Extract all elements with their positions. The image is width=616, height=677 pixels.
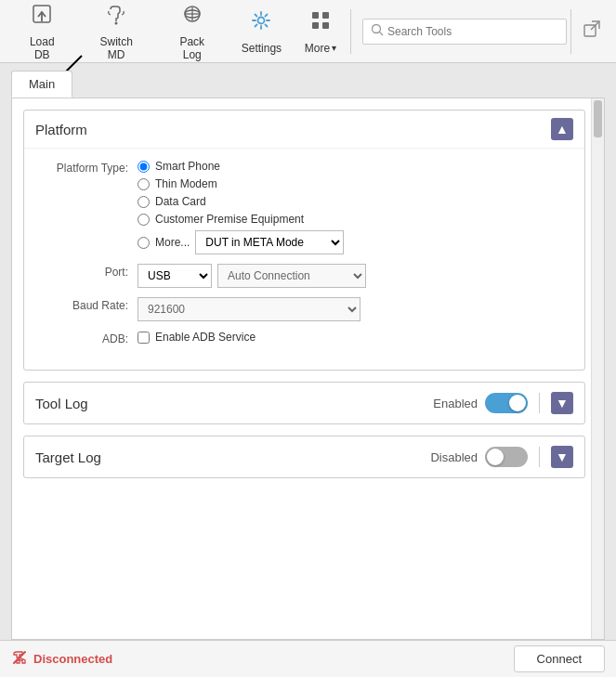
platform-type-row: Platform Type: Smart Phone Thin Modem bbox=[35, 160, 573, 254]
platform-collapse-button[interactable]: ▲ bbox=[551, 118, 573, 140]
port-select-row: USB COM1 COM2 Auto Connection bbox=[138, 264, 573, 288]
extern-icon[interactable] bbox=[575, 16, 609, 46]
svg-point-7 bbox=[258, 17, 265, 23]
target-log-toggle[interactable] bbox=[485, 447, 528, 467]
search-area bbox=[362, 19, 567, 45]
platform-type-label: Platform Type: bbox=[35, 160, 138, 175]
target-log-toggle-thumb bbox=[487, 449, 504, 465]
tab-main[interactable]: Main bbox=[11, 71, 72, 98]
svg-rect-9 bbox=[322, 12, 329, 19]
toolbar-separator bbox=[350, 9, 351, 54]
more-button[interactable]: More ▾ bbox=[295, 6, 347, 58]
more-label: More bbox=[305, 42, 330, 55]
switch-md-icon bbox=[104, 2, 128, 32]
auto-connection-select[interactable]: Auto Connection bbox=[217, 264, 366, 288]
collapse-icon: ▲ bbox=[556, 122, 569, 137]
connection-status: Disconnected bbox=[11, 649, 112, 669]
main-content: Main Platform ▲ Platform Type: bbox=[0, 63, 616, 640]
pack-log-label: Pack Log bbox=[169, 35, 216, 61]
status-bar: Disconnected Connect bbox=[0, 640, 616, 677]
pack-log-icon bbox=[180, 2, 204, 32]
tool-log-right: Enabled ▼ bbox=[433, 392, 573, 414]
tool-log-title: Tool Log bbox=[35, 396, 88, 411]
platform-section-body: Platform Type: Smart Phone Thin Modem bbox=[24, 149, 584, 370]
platform-type-radio-group: Smart Phone Thin Modem Data Card bbox=[138, 160, 573, 254]
adb-control: Enable ADB Service bbox=[138, 331, 573, 344]
baud-rate-control: 921600 115200 9600 bbox=[138, 297, 573, 321]
disconnected-icon bbox=[11, 649, 28, 669]
port-select[interactable]: USB COM1 COM2 bbox=[138, 264, 212, 288]
svg-point-12 bbox=[373, 25, 381, 33]
search-icon bbox=[371, 23, 384, 39]
svg-rect-10 bbox=[312, 22, 319, 29]
search-input[interactable] bbox=[387, 25, 558, 38]
tabs-bar: Main bbox=[0, 63, 616, 98]
port-row: Port: USB COM1 COM2 Auto Connection bbox=[35, 264, 573, 288]
platform-section: Platform ▲ Platform Type: Smart Phone bbox=[23, 110, 585, 371]
port-label: Port: bbox=[35, 264, 138, 279]
svg-point-2 bbox=[115, 21, 118, 24]
target-log-right: Disabled ▼ bbox=[430, 446, 573, 468]
radio-more[interactable]: More... bbox=[138, 236, 190, 249]
scrollbar-thumb[interactable] bbox=[594, 100, 602, 137]
adb-checkbox[interactable] bbox=[138, 332, 150, 344]
more-row: More... DUT in META Mode bbox=[138, 230, 573, 254]
target-log-collapse-button[interactable]: ▼ bbox=[551, 446, 573, 468]
baud-rate-select[interactable]: 921600 115200 9600 bbox=[138, 297, 360, 321]
tool-log-header: Tool Log Enabled ▼ bbox=[24, 383, 584, 423]
more-chevron-icon: ▾ bbox=[332, 43, 336, 53]
switch-md-label: Switch MD bbox=[90, 35, 143, 61]
connect-button[interactable]: Connect bbox=[514, 645, 605, 672]
target-log-title: Target Log bbox=[35, 449, 101, 465]
port-control: USB COM1 COM2 Auto Connection bbox=[138, 264, 573, 288]
radio-data-card[interactable]: Data Card bbox=[138, 195, 573, 208]
target-log-collapse-icon: ▼ bbox=[556, 449, 569, 464]
svg-line-13 bbox=[380, 33, 384, 36]
target-log-section: Target Log Disabled ▼ bbox=[23, 436, 585, 478]
tool-log-toggle[interactable] bbox=[485, 393, 528, 413]
toolbar-separator-2 bbox=[570, 9, 571, 54]
search-box bbox=[362, 19, 567, 45]
load-db-icon bbox=[30, 2, 54, 32]
toolbar: Load DB Switch MD bbox=[0, 0, 616, 63]
platform-section-header: Platform ▲ bbox=[24, 111, 584, 149]
settings-button[interactable]: Settings bbox=[229, 6, 295, 58]
settings-icon bbox=[249, 8, 273, 38]
tool-log-toggle-thumb bbox=[509, 395, 526, 411]
tool-log-collapse-button[interactable]: ▼ bbox=[551, 392, 573, 414]
toolbar-right bbox=[567, 9, 609, 54]
platform-type-control: Smart Phone Thin Modem Data Card bbox=[138, 160, 573, 254]
adb-label: ADB: bbox=[35, 331, 138, 345]
more-grid-icon bbox=[308, 8, 333, 38]
adb-checkbox-row: Enable ADB Service bbox=[138, 331, 573, 344]
load-db-button[interactable]: Load DB bbox=[7, 6, 77, 58]
tool-log-toggle-track[interactable] bbox=[485, 393, 528, 413]
radio-smart-phone[interactable]: Smart Phone bbox=[138, 160, 573, 173]
baud-rate-row: Baud Rate: 921600 115200 9600 bbox=[35, 297, 573, 321]
tool-log-separator bbox=[539, 393, 540, 413]
platform-section-title: Platform bbox=[35, 122, 87, 137]
radio-thin-modem[interactable]: Thin Modem bbox=[138, 177, 573, 190]
pack-log-button[interactable]: Pack Log bbox=[156, 6, 229, 58]
radio-customer-premise[interactable]: Customer Premise Equipment bbox=[138, 213, 573, 226]
target-log-toggle-track[interactable] bbox=[485, 447, 528, 467]
tool-log-status-label: Enabled bbox=[433, 397, 478, 410]
tool-log-section: Tool Log Enabled ▼ bbox=[23, 382, 585, 424]
adb-row: ADB: Enable ADB Service bbox=[35, 331, 573, 345]
svg-rect-8 bbox=[312, 12, 319, 19]
settings-panel: Platform ▲ Platform Type: Smart Phone bbox=[11, 98, 605, 640]
disconnected-label: Disconnected bbox=[33, 652, 112, 666]
scrollbar-track[interactable] bbox=[591, 98, 604, 639]
target-log-header: Target Log Disabled ▼ bbox=[24, 436, 584, 477]
adb-checkbox-label: Enable ADB Service bbox=[155, 331, 256, 344]
switch-md-button[interactable]: Switch MD bbox=[77, 6, 156, 58]
baud-rate-label: Baud Rate: bbox=[35, 297, 138, 312]
svg-rect-11 bbox=[322, 22, 329, 29]
tool-log-collapse-icon: ▼ bbox=[556, 396, 569, 410]
load-db-label: Load DB bbox=[20, 35, 64, 61]
settings-label: Settings bbox=[242, 42, 282, 55]
target-log-separator bbox=[539, 447, 540, 467]
target-log-status-label: Disabled bbox=[430, 450, 478, 464]
more-dropdown[interactable]: DUT in META Mode bbox=[195, 230, 344, 254]
